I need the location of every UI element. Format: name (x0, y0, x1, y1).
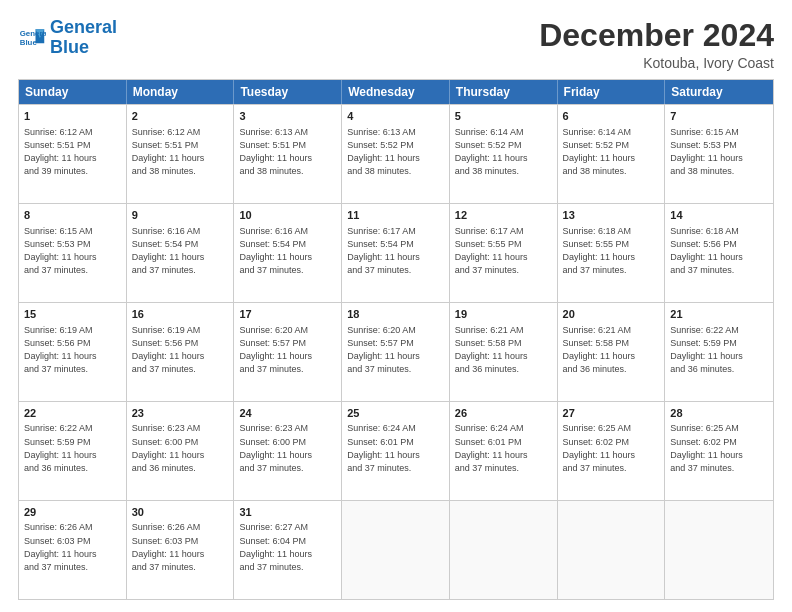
logo-text: GeneralBlue (50, 18, 117, 58)
calendar-cell: 29Sunrise: 6:26 AM Sunset: 6:03 PM Dayli… (19, 501, 127, 599)
calendar-cell: 12Sunrise: 6:17 AM Sunset: 5:55 PM Dayli… (450, 204, 558, 302)
day-info: Sunrise: 6:22 AM Sunset: 5:59 PM Dayligh… (670, 324, 768, 376)
day-info: Sunrise: 6:23 AM Sunset: 6:00 PM Dayligh… (239, 422, 336, 474)
day-info: Sunrise: 6:18 AM Sunset: 5:56 PM Dayligh… (670, 225, 768, 277)
calendar-cell: 6Sunrise: 6:14 AM Sunset: 5:52 PM Daylig… (558, 105, 666, 203)
day-info: Sunrise: 6:17 AM Sunset: 5:55 PM Dayligh… (455, 225, 552, 277)
calendar-cell: 10Sunrise: 6:16 AM Sunset: 5:54 PM Dayli… (234, 204, 342, 302)
day-info: Sunrise: 6:21 AM Sunset: 5:58 PM Dayligh… (455, 324, 552, 376)
header-wednesday: Wednesday (342, 80, 450, 104)
day-number: 30 (132, 505, 229, 520)
day-number: 26 (455, 406, 552, 421)
day-info: Sunrise: 6:23 AM Sunset: 6:00 PM Dayligh… (132, 422, 229, 474)
day-number: 10 (239, 208, 336, 223)
calendar-cell (665, 501, 773, 599)
header-friday: Friday (558, 80, 666, 104)
day-info: Sunrise: 6:17 AM Sunset: 5:54 PM Dayligh… (347, 225, 444, 277)
calendar-row-1: 1Sunrise: 6:12 AM Sunset: 5:51 PM Daylig… (19, 104, 773, 203)
calendar-cell: 20Sunrise: 6:21 AM Sunset: 5:58 PM Dayli… (558, 303, 666, 401)
day-number: 29 (24, 505, 121, 520)
calendar: Sunday Monday Tuesday Wednesday Thursday… (18, 79, 774, 600)
day-info: Sunrise: 6:24 AM Sunset: 6:01 PM Dayligh… (347, 422, 444, 474)
calendar-body: 1Sunrise: 6:12 AM Sunset: 5:51 PM Daylig… (19, 104, 773, 599)
day-number: 7 (670, 109, 768, 124)
subtitle: Kotouba, Ivory Coast (539, 55, 774, 71)
day-number: 16 (132, 307, 229, 322)
day-info: Sunrise: 6:25 AM Sunset: 6:02 PM Dayligh… (563, 422, 660, 474)
day-info: Sunrise: 6:26 AM Sunset: 6:03 PM Dayligh… (132, 521, 229, 573)
day-number: 19 (455, 307, 552, 322)
day-number: 12 (455, 208, 552, 223)
calendar-cell: 23Sunrise: 6:23 AM Sunset: 6:00 PM Dayli… (127, 402, 235, 500)
calendar-cell (342, 501, 450, 599)
calendar-cell: 15Sunrise: 6:19 AM Sunset: 5:56 PM Dayli… (19, 303, 127, 401)
calendar-cell: 5Sunrise: 6:14 AM Sunset: 5:52 PM Daylig… (450, 105, 558, 203)
calendar-cell: 4Sunrise: 6:13 AM Sunset: 5:52 PM Daylig… (342, 105, 450, 203)
svg-text:Blue: Blue (20, 38, 38, 47)
calendar-cell: 24Sunrise: 6:23 AM Sunset: 6:00 PM Dayli… (234, 402, 342, 500)
calendar-row-3: 15Sunrise: 6:19 AM Sunset: 5:56 PM Dayli… (19, 302, 773, 401)
day-number: 31 (239, 505, 336, 520)
day-number: 3 (239, 109, 336, 124)
calendar-cell (558, 501, 666, 599)
calendar-row-5: 29Sunrise: 6:26 AM Sunset: 6:03 PM Dayli… (19, 500, 773, 599)
svg-text:General: General (20, 29, 46, 38)
calendar-cell: 2Sunrise: 6:12 AM Sunset: 5:51 PM Daylig… (127, 105, 235, 203)
calendar-cell: 26Sunrise: 6:24 AM Sunset: 6:01 PM Dayli… (450, 402, 558, 500)
header-tuesday: Tuesday (234, 80, 342, 104)
calendar-row-4: 22Sunrise: 6:22 AM Sunset: 5:59 PM Dayli… (19, 401, 773, 500)
calendar-cell: 13Sunrise: 6:18 AM Sunset: 5:55 PM Dayli… (558, 204, 666, 302)
day-info: Sunrise: 6:16 AM Sunset: 5:54 PM Dayligh… (239, 225, 336, 277)
day-info: Sunrise: 6:12 AM Sunset: 5:51 PM Dayligh… (24, 126, 121, 178)
header-saturday: Saturday (665, 80, 773, 104)
calendar-cell: 14Sunrise: 6:18 AM Sunset: 5:56 PM Dayli… (665, 204, 773, 302)
day-info: Sunrise: 6:14 AM Sunset: 5:52 PM Dayligh… (455, 126, 552, 178)
logo-icon: General Blue (18, 24, 46, 52)
day-info: Sunrise: 6:20 AM Sunset: 5:57 PM Dayligh… (347, 324, 444, 376)
calendar-cell: 19Sunrise: 6:21 AM Sunset: 5:58 PM Dayli… (450, 303, 558, 401)
calendar-cell: 16Sunrise: 6:19 AM Sunset: 5:56 PM Dayli… (127, 303, 235, 401)
calendar-cell: 9Sunrise: 6:16 AM Sunset: 5:54 PM Daylig… (127, 204, 235, 302)
day-number: 20 (563, 307, 660, 322)
page: General Blue GeneralBlue December 2024 K… (0, 0, 792, 612)
calendar-cell: 18Sunrise: 6:20 AM Sunset: 5:57 PM Dayli… (342, 303, 450, 401)
day-info: Sunrise: 6:25 AM Sunset: 6:02 PM Dayligh… (670, 422, 768, 474)
calendar-cell (450, 501, 558, 599)
day-info: Sunrise: 6:24 AM Sunset: 6:01 PM Dayligh… (455, 422, 552, 474)
day-number: 18 (347, 307, 444, 322)
calendar-cell: 8Sunrise: 6:15 AM Sunset: 5:53 PM Daylig… (19, 204, 127, 302)
header-thursday: Thursday (450, 80, 558, 104)
calendar-cell: 31Sunrise: 6:27 AM Sunset: 6:04 PM Dayli… (234, 501, 342, 599)
day-number: 4 (347, 109, 444, 124)
day-number: 24 (239, 406, 336, 421)
calendar-cell: 30Sunrise: 6:26 AM Sunset: 6:03 PM Dayli… (127, 501, 235, 599)
day-info: Sunrise: 6:22 AM Sunset: 5:59 PM Dayligh… (24, 422, 121, 474)
day-number: 21 (670, 307, 768, 322)
day-info: Sunrise: 6:12 AM Sunset: 5:51 PM Dayligh… (132, 126, 229, 178)
calendar-cell: 27Sunrise: 6:25 AM Sunset: 6:02 PM Dayli… (558, 402, 666, 500)
calendar-cell: 28Sunrise: 6:25 AM Sunset: 6:02 PM Dayli… (665, 402, 773, 500)
day-info: Sunrise: 6:27 AM Sunset: 6:04 PM Dayligh… (239, 521, 336, 573)
calendar-cell: 1Sunrise: 6:12 AM Sunset: 5:51 PM Daylig… (19, 105, 127, 203)
day-info: Sunrise: 6:19 AM Sunset: 5:56 PM Dayligh… (132, 324, 229, 376)
day-number: 8 (24, 208, 121, 223)
day-info: Sunrise: 6:26 AM Sunset: 6:03 PM Dayligh… (24, 521, 121, 573)
calendar-cell: 21Sunrise: 6:22 AM Sunset: 5:59 PM Dayli… (665, 303, 773, 401)
day-number: 25 (347, 406, 444, 421)
logo: General Blue GeneralBlue (18, 18, 117, 58)
day-info: Sunrise: 6:15 AM Sunset: 5:53 PM Dayligh… (670, 126, 768, 178)
day-number: 15 (24, 307, 121, 322)
day-info: Sunrise: 6:13 AM Sunset: 5:52 PM Dayligh… (347, 126, 444, 178)
day-info: Sunrise: 6:18 AM Sunset: 5:55 PM Dayligh… (563, 225, 660, 277)
calendar-cell: 11Sunrise: 6:17 AM Sunset: 5:54 PM Dayli… (342, 204, 450, 302)
day-number: 14 (670, 208, 768, 223)
day-number: 13 (563, 208, 660, 223)
day-number: 11 (347, 208, 444, 223)
day-number: 9 (132, 208, 229, 223)
calendar-cell: 25Sunrise: 6:24 AM Sunset: 6:01 PM Dayli… (342, 402, 450, 500)
day-number: 6 (563, 109, 660, 124)
day-info: Sunrise: 6:19 AM Sunset: 5:56 PM Dayligh… (24, 324, 121, 376)
calendar-row-2: 8Sunrise: 6:15 AM Sunset: 5:53 PM Daylig… (19, 203, 773, 302)
day-number: 22 (24, 406, 121, 421)
day-number: 5 (455, 109, 552, 124)
